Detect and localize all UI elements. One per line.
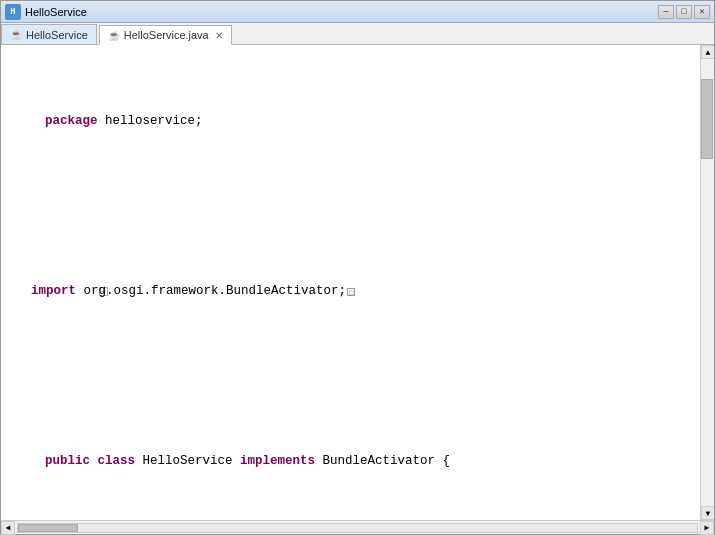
fold-expand-icon[interactable]: + [9,266,23,317]
code-line-4 [1,368,700,385]
close-button[interactable]: ✕ [694,5,710,19]
vertical-scrollbar[interactable]: ▲ ▼ [700,45,714,520]
code-line-2 [1,198,700,215]
scroll-thumb[interactable] [701,79,713,159]
editor-container: package helloservice; + import org.osgi.… [1,45,714,520]
scroll-up-button[interactable]: ▲ [701,45,714,59]
tab-label-active: HelloService.java [124,29,209,41]
code-line-3: + import org.osgi.framework.BundleActiva… [1,283,700,300]
window-controls: — □ ✕ [658,5,710,19]
java-icon: ☕ [10,29,22,40]
code-line-1: package helloservice; [1,113,700,130]
maximize-button[interactable]: □ [676,5,692,19]
bottom-bar: ◀ ▶ [1,520,714,534]
minimize-button[interactable]: — [658,5,674,19]
hscroll-track[interactable] [17,523,698,533]
tab-hello-service-java[interactable]: ☕ HelloService.java ✕ [99,25,232,45]
scroll-right-button[interactable]: ▶ [700,521,714,535]
titlebar: H HelloService — □ ✕ [1,1,714,23]
code-editor[interactable]: package helloservice; + import org.osgi.… [1,45,700,520]
app-icon: H [5,4,21,20]
tab-close-button[interactable]: ✕ [215,30,223,41]
hscroll-thumb[interactable] [18,524,78,532]
scroll-down-button[interactable]: ▼ [701,506,714,520]
code-content: package helloservice; + import org.osgi.… [1,45,700,520]
code-line-5: public class HelloService implements Bun… [1,453,700,470]
main-window: H HelloService — □ ✕ ☕ HelloService ☕ He… [0,0,715,535]
window-title: HelloService [25,6,658,18]
java-icon-active: ☕ [108,30,120,41]
scroll-track[interactable] [701,59,714,506]
scroll-left-button[interactable]: ◀ [1,521,15,535]
tab-bar: ☕ HelloService ☕ HelloService.java ✕ [1,23,714,45]
tab-label: HelloService [26,29,88,41]
tab-hello-service[interactable]: ☕ HelloService [1,24,97,44]
